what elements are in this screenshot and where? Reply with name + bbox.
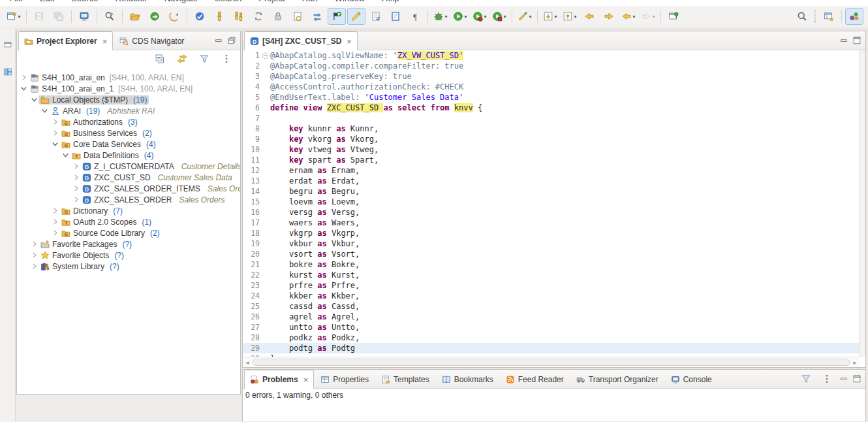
tree-item-local-objects-tmp[interactable]: Local Objects ($TMP)(19) (17, 94, 240, 105)
inspect-object-button[interactable] (101, 8, 119, 25)
tree-item-business-services[interactable]: GBusiness Services(2) (17, 127, 240, 138)
expander-closed-icon[interactable] (72, 184, 80, 193)
menu-edit[interactable]: Edit (40, 0, 54, 3)
scroll-right-arrow-icon[interactable]: ▸ (850, 359, 860, 366)
tab-cds-navigator[interactable]: CDS Navigator (114, 32, 190, 50)
code-line[interactable]: 23 prfre as Prfre, (243, 280, 860, 291)
filter-button[interactable] (797, 370, 815, 387)
code-line[interactable]: 9 key vkorg as Vkorg, (243, 134, 860, 144)
tree-item-dictionary[interactable]: GDictionary(7) (17, 205, 240, 216)
maximize-button[interactable] (851, 373, 863, 385)
scrollbar-track[interactable] (253, 359, 850, 366)
run-button[interactable]: ▾ (451, 8, 469, 25)
code-line[interactable]: 21 bokre as Bokre, (243, 259, 860, 270)
code-line[interactable]: 12 ernam as Ernam, (243, 165, 860, 176)
tree-item-system-library[interactable]: System Library(?) (17, 261, 240, 272)
filter-button[interactable] (195, 50, 213, 67)
code-line[interactable]: 5@EndUserText.label: 'Customer Sales Dat… (243, 92, 860, 103)
synchronize-button[interactable] (249, 8, 268, 25)
code-editor[interactable]: 1@AbapCatalog.sqlViewName: 'ZX_VW_CUST_S… (243, 50, 860, 357)
tree-item-zxc-sales-order[interactable]: DZXC_SALES_ORDERSales Orders (17, 194, 240, 205)
highlight-occurrences-button[interactable] (347, 8, 365, 25)
tab-console[interactable]: Console (665, 370, 718, 388)
expander-closed-icon[interactable] (72, 195, 80, 204)
code-line[interactable]: 14 begru as Begru, (243, 186, 860, 197)
maximize-button[interactable] (851, 35, 863, 46)
code-line[interactable]: 6define view ZXC_CUST_SD as select from … (243, 103, 860, 113)
minimized-view-button[interactable] (0, 36, 17, 53)
pin-editor-button[interactable] (664, 8, 683, 25)
tab-transport-organizer[interactable]: Transport Organizer (570, 370, 664, 388)
toggle-watchpoint-button[interactable]: P (328, 8, 346, 25)
run-dropdown-icon[interactable]: ▾ (464, 14, 467, 20)
save-button[interactable] (30, 8, 48, 25)
tree-item-s4h-100-arai-en-1[interactable]: S4H_100_arai_en_1[S4H, 100, ARAI, EN] (17, 83, 240, 94)
previous-annotation-button[interactable]: ▾ (561, 8, 579, 25)
scroll-left-arrow-icon[interactable]: ◂ (243, 359, 252, 366)
tab-project-explorer[interactable]: Project Explorer× (18, 31, 113, 50)
minimize-button[interactable] (838, 35, 850, 46)
update-page-button[interactable] (367, 8, 385, 25)
collapse-all-button[interactable] (151, 50, 169, 67)
new-wizard-button[interactable]: ▾ (5, 8, 23, 25)
expander-closed-icon[interactable] (20, 73, 28, 82)
next-annotation-dropdown-icon[interactable]: ▾ (554, 14, 557, 20)
refresh-transport-button[interactable] (165, 8, 183, 25)
back-history-button[interactable]: ▾ (619, 8, 638, 25)
code-line[interactable]: 1@AbapCatalog.sqlViewName: 'ZX_VW_CUST_S… (243, 50, 860, 61)
code-line[interactable]: 10 key vtweg as Vtweg, (243, 144, 860, 155)
profile-button[interactable]: ▾ (471, 8, 489, 25)
expander-open-icon[interactable] (30, 95, 39, 104)
previous-annotation-dropdown-icon[interactable]: ▾ (574, 14, 576, 20)
menu-search[interactable]: Search (215, 0, 241, 3)
code-line[interactable]: 24 kkber as Kkber, (243, 291, 860, 301)
open-sap-gui-button[interactable] (75, 8, 93, 25)
activate-all-button[interactable] (230, 8, 248, 25)
tab-s4h-zxc-cust-sd[interactable]: D[S4H] ZXC_CUST_SD× (244, 31, 358, 50)
code-line[interactable]: 4@AccessControl.authorizationCheck: #CHE… (243, 82, 860, 92)
forward-history-dropdown-icon[interactable]: ▾ (652, 14, 655, 20)
abap-perspective-button[interactable] (845, 8, 863, 25)
horizontal-scrollbar[interactable]: ◂ ▸ (243, 357, 860, 367)
code-line[interactable]: 18 vkgrp as Vkgrp, (243, 228, 860, 238)
tab-templates[interactable]: Templates (375, 370, 435, 388)
menu-project[interactable]: Project (258, 0, 285, 3)
menu-navigate[interactable]: Navigate (164, 0, 198, 3)
code-line[interactable]: 28 podkz as Podkz, (243, 333, 860, 343)
code-line[interactable]: 13 erdat as Erdat, (243, 176, 860, 186)
coverage-button[interactable]: ▾ (490, 8, 508, 25)
tree-item-zxc-sales-order-items[interactable]: DZXC_SALES_ORDER_ITEMSSales Order Items (17, 183, 240, 194)
previous-edit-location-button[interactable] (580, 8, 598, 25)
transport-page-button[interactable] (288, 8, 307, 25)
close-icon[interactable]: × (303, 375, 309, 385)
open-perspective-button[interactable] (820, 8, 838, 25)
compare-navigation-button[interactable] (308, 8, 326, 25)
code-line[interactable]: 29 podtg as Podtg (243, 343, 860, 353)
expander-closed-icon[interactable] (72, 162, 80, 170)
expander-closed-icon[interactable] (51, 206, 59, 215)
expander-closed-icon[interactable] (30, 262, 39, 270)
code-line[interactable]: 15 loevm as Loevm, (243, 197, 860, 207)
code-line[interactable]: 20 vsort as Vsort, (243, 249, 860, 259)
close-icon[interactable]: × (347, 37, 352, 46)
next-edit-location-button[interactable] (600, 8, 618, 25)
layout-view-button[interactable] (0, 63, 17, 80)
fold-collapse-icon[interactable] (261, 52, 270, 60)
open-abap-object-button[interactable] (126, 8, 144, 25)
view-menu-button[interactable] (217, 50, 236, 67)
code-line[interactable]: 19 vkbur as Vkbur, (243, 238, 860, 249)
tree-item-source-code-library[interactable]: GSource Code Library(2) (17, 227, 240, 238)
menu-help[interactable]: Help (382, 0, 399, 3)
next-annotation-button[interactable]: ▾ (541, 8, 559, 25)
menu-window[interactable]: Window (335, 0, 365, 3)
profile-dropdown-icon[interactable]: ▾ (484, 14, 486, 20)
close-icon[interactable]: × (102, 37, 108, 46)
code-line[interactable]: 8 key kunnr as Kunnr, (243, 123, 860, 134)
tree-item-zxc-cust-sd[interactable]: DZXC_CUST_SDCustomer Sales Data (17, 172, 240, 183)
code-line[interactable]: 17 waers as Waers, (243, 218, 860, 228)
code-line[interactable]: 22 kurst as Kurst, (243, 270, 860, 280)
run-abap-object-button[interactable] (146, 8, 164, 25)
last-edit-location-dropdown-icon[interactable]: ▾ (529, 14, 531, 20)
overview-ruler[interactable] (859, 50, 865, 357)
menu-run[interactable]: Run (302, 0, 318, 3)
